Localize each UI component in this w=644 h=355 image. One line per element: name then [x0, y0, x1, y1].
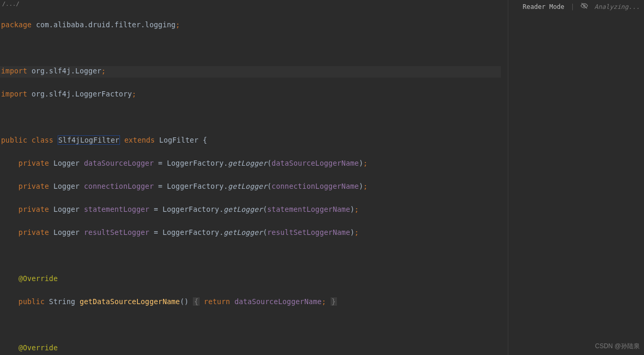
ref-loggerfactory: LoggerFactory — [167, 159, 223, 167]
field-stmtLogger: statementLogger — [84, 205, 149, 213]
kw-public: public — [1, 136, 27, 144]
kw-package: package — [1, 20, 31, 29]
field-dsLogger: dataSourceLogger — [84, 159, 154, 167]
ann-override: @Override — [18, 274, 58, 283]
reader-mode-button[interactable]: Reader Mode — [523, 3, 564, 10]
arg-connName: connectionLoggerName — [271, 182, 359, 190]
import-loggerfactory: org.slf4j.LoggerFactory — [31, 90, 132, 98]
watermark: CSDN @孙陆泉 — [595, 342, 640, 351]
breadcrumb[interactable]: /.../ — [0, 0, 508, 7]
kw-extends: extends — [124, 136, 155, 144]
field-connLogger: connectionLogger — [84, 182, 154, 190]
breadcrumb-text: /.../ — [2, 1, 19, 7]
code-area[interactable]: package com.alibaba.druid.filter.logging… — [0, 7, 508, 355]
analyzing-status: Analyzing... — [594, 3, 640, 10]
eye-off-icon[interactable] — [581, 2, 588, 11]
type-string: String — [49, 297, 75, 306]
kw-return: return — [204, 297, 230, 306]
pkg-name: com.alibaba.druid.filter.logging — [36, 20, 176, 29]
arg-stmtName: statementLoggerName — [267, 205, 350, 213]
import-logger: org.slf4j.Logger — [31, 67, 101, 75]
kw-import: import — [1, 90, 27, 98]
field-rsLogger: resultSetLogger — [84, 228, 149, 236]
kw-import: import — [1, 67, 27, 75]
class-name: Slf4jLogFilter — [58, 135, 120, 145]
arg-rsName: resultSetLoggerName — [267, 228, 350, 236]
super-class: LogFilter — [159, 136, 199, 144]
code-editor[interactable]: /.../ package com.alibaba.druid.filter.l… — [0, 0, 508, 355]
call-getLogger: getLogger — [228, 159, 267, 167]
separator: | — [571, 3, 574, 10]
method-getDsLoggerName: getDataSourceLoggerName — [80, 297, 180, 306]
kw-class: class — [31, 136, 53, 144]
type-logger: Logger — [53, 159, 80, 167]
arg-dsName: dataSourceLoggerName — [271, 159, 359, 167]
side-panel: Reader Mode | Analyzing... CSDN @孙陆泉 — [508, 0, 644, 355]
kw-private: private — [18, 159, 49, 167]
